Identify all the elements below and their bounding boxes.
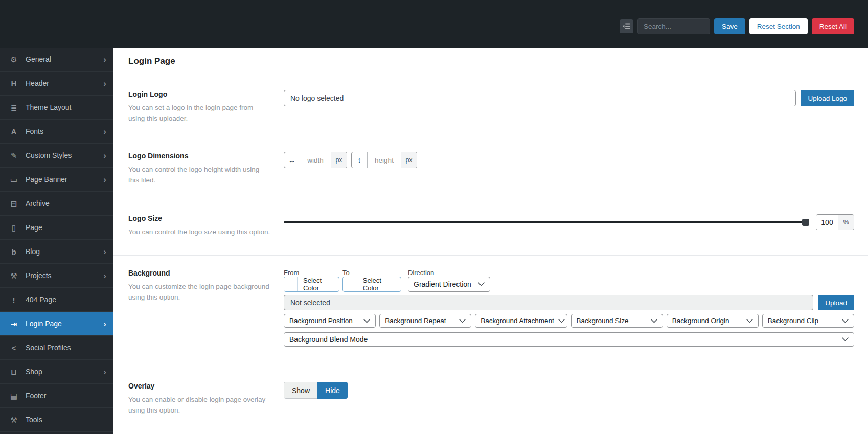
select-value: Background Position (289, 317, 353, 325)
sidebar-item-footer[interactable]: ▤Footer (0, 384, 113, 408)
crossed-tools-icon: ⚒ (9, 272, 19, 280)
sidebar-item-label: 404 Page (26, 295, 56, 304)
section-background: Background You can customize the login p… (113, 256, 868, 367)
sidebar-item-login-page[interactable]: ⇥Login Page› (0, 312, 113, 336)
sidebar-item-label: Blog (26, 247, 40, 256)
blog-icon: b (9, 248, 19, 256)
login-logo-media-input[interactable] (284, 90, 796, 106)
sidebar-item-custom-styles[interactable]: ✎Custom Styles› (0, 144, 113, 168)
background-upload-button[interactable]: Upload (818, 295, 854, 310)
collapse-panel-button[interactable] (620, 19, 633, 33)
overlay-toggle-group: Show Hide (284, 382, 348, 399)
sidebar-item-theme-layout[interactable]: ≣Theme Layout (0, 96, 113, 120)
search-input[interactable] (637, 18, 710, 34)
sidebar-item-label: Shop (26, 368, 42, 376)
background-repeat-select[interactable]: Background Repeat (379, 314, 471, 328)
logo-width-input[interactable] (300, 152, 331, 168)
collapse-panel-icon (622, 23, 630, 29)
section-overlay-fields: Show Hide (284, 382, 854, 434)
save-button[interactable]: Save (714, 18, 745, 34)
background-selects-row: Background PositionBackground RepeatBack… (284, 314, 854, 328)
color-swatch (343, 277, 357, 291)
section-overlay: Overlay You can enable or disable login … (113, 367, 868, 434)
sidebar-item-label: Archive (26, 199, 50, 208)
select-value: Background Clip (768, 317, 818, 325)
sidebar-item-tools[interactable]: ⚒Tools (0, 408, 113, 432)
chevron-right-icon: › (103, 368, 106, 376)
horizontal-arrows-icon: ↔ (284, 152, 300, 168)
section-overlay-info: Overlay You can enable or disable login … (128, 382, 284, 434)
background-description: You can customize the login page backgro… (128, 282, 271, 303)
sidebar-item-header[interactable]: HHeader› (0, 72, 113, 96)
sidebar-item-general[interactable]: ⚙General› (0, 48, 113, 72)
vertical-arrows-icon: ↕ (352, 152, 368, 168)
background-attachment-select[interactable]: Background Attachment (475, 314, 567, 328)
background-origin-select[interactable]: Background Origin (667, 314, 759, 328)
share-icon: < (9, 344, 19, 352)
sidebar-item-label: Social Profiles (26, 344, 71, 352)
page-header: Login Page (113, 48, 868, 75)
logo-dimensions-description: You can control the logo height width us… (128, 165, 271, 186)
gradient-from-label: From (284, 269, 339, 277)
sidebar-item-fonts[interactable]: AFonts› (0, 120, 113, 144)
login-logo-label: Login Logo (128, 90, 271, 98)
brush-icon: ✎ (9, 152, 19, 159)
overlay-hide-button[interactable]: Hide (317, 382, 348, 399)
height-unit-label: px (401, 152, 417, 168)
chevron-down-icon (459, 319, 466, 323)
reset-section-button[interactable]: Reset Section (749, 18, 808, 34)
chevron-down-icon (363, 319, 370, 323)
logo-size-slider[interactable] (284, 219, 809, 226)
logo-size-description: You can control the logo size using this… (128, 227, 271, 238)
overlay-show-button[interactable]: Show (284, 382, 317, 398)
chevron-right-icon: › (103, 79, 106, 88)
percent-unit-label: % (838, 215, 854, 230)
logo-size-input[interactable] (816, 215, 838, 230)
background-blend-mode-select[interactable]: Background Blend Mode (284, 332, 854, 347)
chevron-down-icon (746, 319, 753, 323)
gradient-to-label: To (342, 269, 401, 277)
sidebar-item-blog[interactable]: bBlog› (0, 240, 113, 264)
select-value: Background Repeat (385, 317, 446, 325)
sidebar-item-page-banner[interactable]: ▭Page Banner› (0, 168, 113, 192)
sidebar-item-projects[interactable]: ⚒Projects› (0, 264, 113, 288)
sidebar-item-404-page[interactable]: !404 Page (0, 288, 113, 312)
section-logo-dimensions-info: Logo Dimensions You can control the logo… (128, 152, 284, 199)
background-size-select[interactable]: Background Size (571, 314, 663, 328)
chevron-right-icon: › (103, 175, 106, 184)
sidebar-item-label: Footer (26, 392, 46, 400)
background-label: Background (128, 269, 271, 277)
background-media-input[interactable] (284, 295, 813, 310)
sidebar-item-shop[interactable]: ⊔Shop› (0, 360, 113, 384)
upload-logo-button[interactable]: Upload Logo (801, 90, 854, 106)
background-position-select[interactable]: Background Position (284, 314, 376, 328)
reset-all-button[interactable]: Reset All (812, 18, 854, 34)
sidebar-item-page[interactable]: ▯Page (0, 216, 113, 240)
chevron-down-icon (651, 319, 657, 323)
gradient-to-color-button[interactable]: Select Color (342, 277, 401, 292)
cart-icon: ⊔ (9, 368, 19, 376)
section-background-info: Background You can customize the login p… (128, 269, 284, 367)
gradient-from-color-button[interactable]: Select Color (284, 277, 339, 292)
sidebar-item-label: Page Banner (26, 175, 67, 184)
chevron-down-icon (558, 319, 565, 323)
logo-height-input[interactable] (368, 152, 401, 168)
background-clip-select[interactable]: Background Clip (762, 314, 854, 328)
slider-handle[interactable] (802, 219, 809, 226)
chevron-down-icon (842, 319, 849, 323)
slider-track (284, 221, 809, 223)
sidebar-item-social-profiles[interactable]: <Social Profiles (0, 336, 113, 360)
topbar: Save Reset Section Reset All (0, 0, 868, 48)
sidebar-item-label: Page (26, 223, 42, 232)
gradient-direction-select[interactable]: Gradient Direction (408, 277, 490, 292)
logo-size-value-group: % (816, 214, 854, 230)
gear-icon: ⚙ (9, 56, 19, 63)
chevron-right-icon: › (103, 247, 106, 256)
active-item-arrow-icon: › (103, 319, 106, 328)
overlay-label: Overlay (128, 382, 271, 390)
layers-icon: ≣ (9, 104, 19, 111)
sidebar-item-archive[interactable]: ⊟Archive (0, 192, 113, 216)
direction-label: Direction (408, 269, 490, 277)
select-value: Background Origin (672, 317, 729, 325)
footer-list-icon: ▤ (9, 392, 19, 400)
